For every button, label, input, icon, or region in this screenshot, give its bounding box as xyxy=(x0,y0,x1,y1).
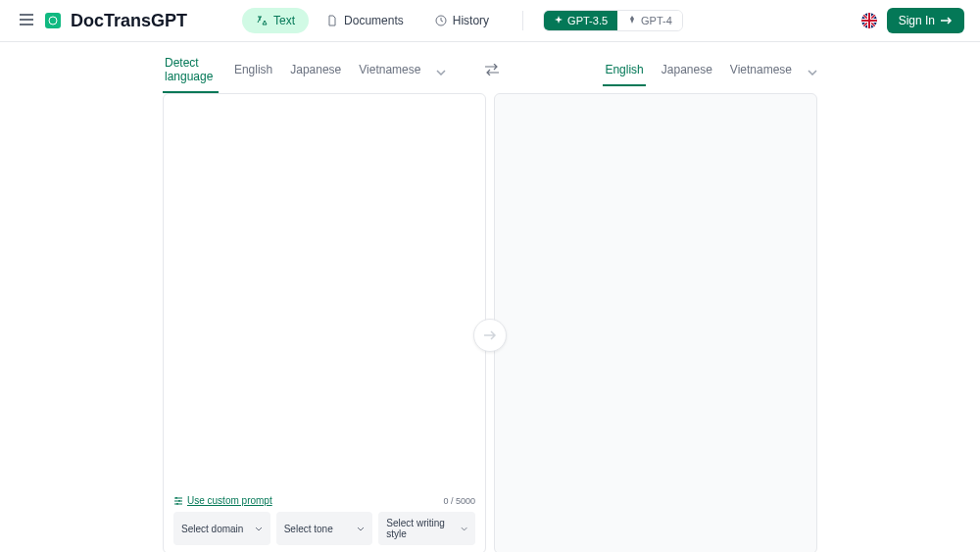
main-panels: Use custom prompt 0 / 5000 Select domain… xyxy=(0,93,980,552)
app-title: DocTransGPT xyxy=(71,11,187,31)
tab-detect-language[interactable]: Detect language xyxy=(163,48,219,93)
chevron-down-icon xyxy=(461,527,467,531)
header-right: Sign In xyxy=(861,8,964,33)
nav-history-button[interactable]: History xyxy=(421,8,503,33)
signin-button[interactable]: Sign In xyxy=(887,8,964,33)
select-tone-label: Select tone xyxy=(284,524,333,534)
select-tone[interactable]: Select tone xyxy=(276,512,373,545)
target-lang-tabs: English Japanese Vietnamese xyxy=(603,55,817,86)
tab-source-vietnamese[interactable]: Vietnamese xyxy=(357,55,422,86)
document-icon xyxy=(326,15,338,26)
output-panel xyxy=(494,93,817,552)
menu-icon[interactable] xyxy=(16,8,37,33)
tab-source-english[interactable]: English xyxy=(232,55,274,86)
signin-label: Sign In xyxy=(899,14,935,27)
custom-prompt-label: Use custom prompt xyxy=(187,495,272,506)
translate-button[interactable] xyxy=(473,319,507,352)
gpt35-label: GPT-3.5 xyxy=(567,15,608,26)
chevron-down-icon[interactable] xyxy=(808,62,817,79)
logo-icon xyxy=(45,13,61,28)
input-footer: Use custom prompt 0 / 5000 Select domain… xyxy=(164,487,485,552)
gpt35-button[interactable]: GPT-3.5 xyxy=(544,11,617,30)
gpt-selector: GPT-3.5 GPT-4 xyxy=(543,10,683,31)
divider xyxy=(522,11,523,30)
nav-text-label: Text xyxy=(273,14,295,27)
select-domain[interactable]: Select domain xyxy=(173,512,270,545)
header: DocTransGPT Text Documents History GPT-3… xyxy=(0,0,980,42)
nav-text-button[interactable]: Text xyxy=(242,8,309,33)
language-flag-icon[interactable] xyxy=(861,13,877,28)
nav-history-label: History xyxy=(453,14,489,27)
swap-languages-button[interactable] xyxy=(485,62,499,79)
tab-source-japanese[interactable]: Japanese xyxy=(288,55,343,86)
select-style-label: Select writing style xyxy=(386,518,460,539)
char-count: 0 / 5000 xyxy=(443,496,475,506)
custom-prompt-link[interactable]: Use custom prompt xyxy=(173,495,272,506)
select-style[interactable]: Select writing style xyxy=(378,512,475,545)
language-bar: Detect language English Japanese Vietnam… xyxy=(0,48,980,93)
chevron-down-icon xyxy=(255,527,263,531)
rocket-icon xyxy=(627,16,637,25)
chevron-down-icon[interactable] xyxy=(436,62,446,79)
sliders-icon xyxy=(173,496,183,506)
tab-target-japanese[interactable]: Japanese xyxy=(660,55,714,86)
tab-target-vietnamese[interactable]: Vietnamese xyxy=(728,55,794,86)
arrow-right-icon xyxy=(483,329,497,341)
clock-icon xyxy=(435,15,447,26)
select-domain-label: Select domain xyxy=(181,524,243,534)
nav-group: Text Documents History xyxy=(242,8,503,33)
arrow-right-icon xyxy=(941,16,953,25)
sparkle-icon xyxy=(554,16,564,25)
gpt4-button[interactable]: GPT-4 xyxy=(617,11,682,30)
nav-documents-label: Documents xyxy=(344,14,404,27)
input-textarea[interactable] xyxy=(164,94,485,487)
chevron-down-icon xyxy=(357,527,365,531)
tab-target-english[interactable]: English xyxy=(603,55,645,86)
source-lang-tabs: Detect language English Japanese Vietnam… xyxy=(163,48,446,93)
output-area xyxy=(495,94,816,552)
nav-documents-button[interactable]: Documents xyxy=(313,8,417,33)
svg-point-0 xyxy=(49,17,57,25)
input-panel: Use custom prompt 0 / 5000 Select domain… xyxy=(163,93,486,552)
translate-icon xyxy=(256,15,268,26)
gpt4-label: GPT-4 xyxy=(641,15,672,26)
